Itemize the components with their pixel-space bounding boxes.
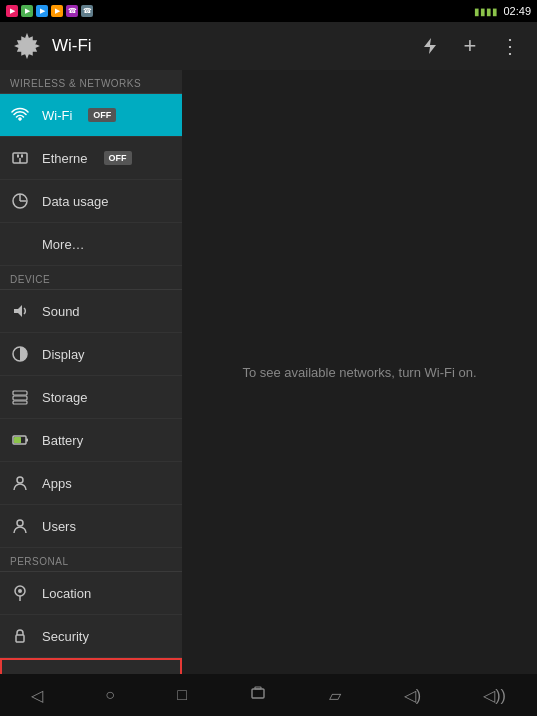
section-header-device: DEVICE — [0, 266, 182, 290]
wifi-off-message: To see available networks, turn Wi-Fi on… — [242, 365, 476, 380]
svg-marker-7 — [14, 305, 22, 317]
camera-button[interactable]: ▱ — [317, 680, 353, 711]
ethernet-icon — [10, 148, 30, 168]
sidebar-item-users[interactable]: Users — [0, 505, 182, 548]
sidebar-item-location[interactable]: Location — [0, 572, 182, 615]
svg-point-18 — [18, 589, 22, 593]
wifi-toggle[interactable]: OFF — [88, 108, 116, 122]
sidebar-item-ethernet[interactable]: Etherne OFF — [0, 137, 182, 180]
wifi-icon — [10, 105, 30, 125]
screenshot-button[interactable] — [237, 678, 279, 712]
display-icon — [10, 344, 30, 364]
battery-icon: ▮▮▮▮ — [474, 6, 498, 17]
sidebar-item-apps[interactable]: Apps — [0, 462, 182, 505]
apps-icon — [10, 473, 30, 493]
more-label: More… — [42, 237, 85, 252]
sidebar-item-more[interactable]: More… — [0, 223, 182, 266]
sidebar-item-storage[interactable]: Storage — [0, 376, 182, 419]
home-button[interactable]: ○ — [93, 680, 127, 710]
main-layout: WIRELESS & NETWORKS Wi-Fi OFF Etherne OF… — [0, 70, 537, 674]
settings-gear-icon — [12, 31, 42, 61]
volume-down-button[interactable]: ◁) — [392, 680, 433, 711]
ethernet-label: Etherne — [42, 151, 88, 166]
language-label: Language & input — [44, 674, 146, 675]
battery-sidebar-icon — [10, 430, 30, 450]
svg-rect-13 — [26, 439, 28, 442]
back-button[interactable]: ◁ — [19, 680, 55, 711]
status-bar-left-icons: ▶ ▶ ▶ ▶ ☎ ☎ — [6, 5, 93, 17]
section-header-wireless: WIRELESS & NETWORKS — [0, 70, 182, 94]
recents-button[interactable]: □ — [165, 680, 199, 710]
sidebar: WIRELESS & NETWORKS Wi-Fi OFF Etherne OF… — [0, 70, 182, 674]
add-button[interactable]: + — [455, 31, 485, 61]
volume-up-button[interactable]: ◁)) — [471, 680, 518, 711]
toolbar-actions: + ⋮ — [415, 31, 525, 61]
sidebar-item-language[interactable]: A Language & input — [0, 658, 182, 674]
more-icon — [10, 234, 30, 254]
status-bar: ▶ ▶ ▶ ▶ ☎ ☎ ▮▮▮▮ 02:49 — [0, 0, 537, 22]
location-label: Location — [42, 586, 91, 601]
location-icon — [10, 583, 30, 603]
bottom-navigation: ◁ ○ □ ▱ ◁) ◁)) — [0, 674, 537, 716]
language-icon: A — [12, 671, 32, 674]
data-usage-icon — [10, 191, 30, 211]
storage-icon — [10, 387, 30, 407]
sidebar-item-security[interactable]: Security — [0, 615, 182, 658]
app-icon-5: ☎ — [66, 5, 78, 17]
sidebar-item-data-usage[interactable]: Data usage — [0, 180, 182, 223]
sidebar-item-wifi[interactable]: Wi-Fi OFF — [0, 94, 182, 137]
content-area: To see available networks, turn Wi-Fi on… — [182, 70, 537, 674]
app-icon-2: ▶ — [21, 5, 33, 17]
sidebar-item-display[interactable]: Display — [0, 333, 182, 376]
app-icon-3: ▶ — [36, 5, 48, 17]
svg-rect-14 — [14, 437, 21, 443]
toolbar-title: Wi-Fi — [52, 36, 405, 56]
security-label: Security — [42, 629, 89, 644]
svg-rect-19 — [16, 635, 24, 642]
svg-point-15 — [17, 477, 23, 483]
more-menu-button[interactable]: ⋮ — [495, 31, 525, 61]
app-icon-6: ☎ — [81, 5, 93, 17]
ethernet-toggle[interactable]: OFF — [104, 151, 132, 165]
app-icon-1: ▶ — [6, 5, 18, 17]
security-icon — [10, 626, 30, 646]
status-bar-right-icons: ▮▮▮▮ 02:49 — [474, 5, 531, 17]
svg-point-16 — [17, 520, 23, 526]
users-label: Users — [42, 519, 76, 534]
battery-label: Battery — [42, 433, 83, 448]
section-header-personal: PERSONAL — [0, 548, 182, 572]
display-label: Display — [42, 347, 85, 362]
svg-rect-21 — [255, 687, 261, 689]
apps-label: Apps — [42, 476, 72, 491]
users-icon — [10, 516, 30, 536]
sound-label: Sound — [42, 304, 80, 319]
svg-rect-20 — [252, 689, 264, 698]
storage-label: Storage — [42, 390, 88, 405]
svg-marker-1 — [424, 38, 436, 54]
data-usage-label: Data usage — [42, 194, 109, 209]
status-time: 02:49 — [503, 5, 531, 17]
svg-rect-5 — [21, 155, 23, 158]
flash-button[interactable] — [415, 31, 445, 61]
svg-rect-4 — [17, 155, 19, 158]
svg-rect-9 — [13, 391, 27, 395]
app-icon-4: ▶ — [51, 5, 63, 17]
sound-icon — [10, 301, 30, 321]
toolbar: Wi-Fi + ⋮ — [0, 22, 537, 70]
svg-rect-10 — [13, 396, 27, 400]
svg-rect-11 — [13, 401, 27, 404]
sidebar-item-battery[interactable]: Battery — [0, 419, 182, 462]
wifi-label: Wi-Fi — [42, 108, 72, 123]
sidebar-item-sound[interactable]: Sound — [0, 290, 182, 333]
